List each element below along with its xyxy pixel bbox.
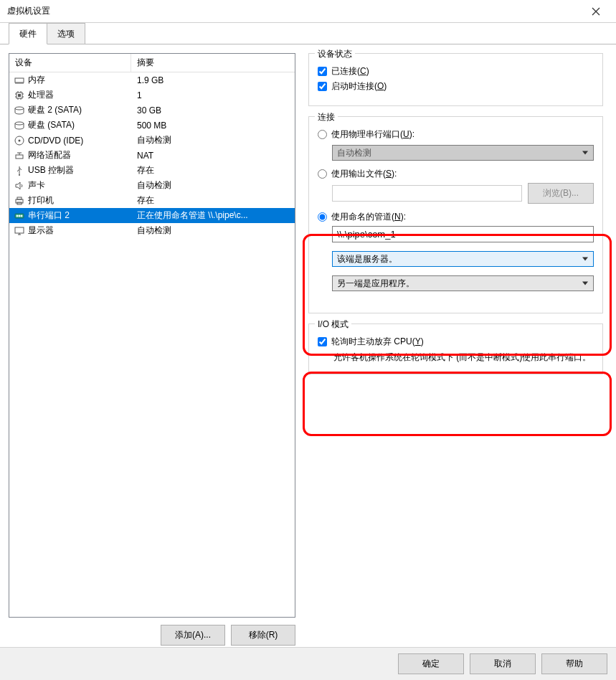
svg-rect-16 — [15, 227, 24, 233]
cd-icon — [14, 135, 25, 146]
input-output-file[interactable] — [332, 185, 522, 202]
svg-rect-2 — [18, 94, 21, 97]
legend-device-status: 设备状态 — [315, 48, 355, 60]
group-io-mode: I/O 模式 轮询时主动放弃 CPU(Y) 允许客机操作系统在轮询模式下 (而不… — [308, 324, 603, 374]
input-pipe-name[interactable] — [332, 226, 594, 242]
row-connect-at-poweron: 启动时连接(O) — [318, 80, 594, 93]
highlight-box-2 — [303, 372, 612, 436]
table-row[interactable]: 硬盘 2 (SATA)30 GB — [9, 103, 295, 118]
table-row[interactable]: 内存1.9 GB — [9, 72, 295, 88]
cell-summary: 自动检测 — [134, 134, 292, 146]
tab-hardware[interactable]: 硬件 — [9, 23, 47, 44]
svg-rect-0 — [15, 78, 24, 82]
table-row[interactable]: 打印机存在 — [9, 193, 295, 208]
radio-named-pipe[interactable] — [318, 212, 327, 222]
remove-button[interactable]: 移除(R) — [231, 625, 295, 646]
cell-summary: 存在 — [134, 194, 292, 207]
close-button[interactable] — [582, 1, 610, 22]
checkbox-yield-cpu[interactable] — [318, 337, 327, 346]
radio-output-file[interactable] — [318, 169, 327, 179]
printer-icon — [14, 195, 25, 207]
ok-button[interactable]: 确定 — [398, 653, 464, 674]
cell-device-name: 打印机 — [12, 194, 134, 207]
cell-summary: 存在 — [134, 164, 292, 176]
select-end1-wrap — [332, 251, 594, 267]
table-row[interactable]: 处理器1 — [9, 88, 295, 103]
cell-device-name: 声卡 — [12, 179, 134, 192]
cell-device-name: 串行端口 2 — [12, 209, 134, 222]
cpu-icon — [14, 90, 25, 101]
label-named-pipe: 使用命名的管道(N): — [331, 211, 406, 223]
radio-physical-port[interactable] — [318, 130, 327, 139]
window-title: 虚拟机设置 — [7, 5, 50, 17]
device-name-text: 硬盘 (SATA) — [28, 119, 75, 131]
legend-io-mode: I/O 模式 — [315, 318, 351, 331]
cell-device-name: 内存 — [12, 74, 134, 86]
select-end1[interactable] — [332, 251, 594, 267]
block-output-file: 浏览(B)... — [332, 183, 594, 204]
tab-bar: 硬件 选项 — [0, 23, 616, 44]
footer: 确定 取消 帮助 — [0, 647, 616, 680]
cell-summary: 自动检测 — [134, 225, 292, 237]
svg-point-6 — [19, 139, 21, 141]
cell-device-name: 网络适配器 — [12, 149, 134, 161]
device-list[interactable]: 设备 摘要 内存1.9 GB处理器1硬盘 2 (SATA)30 GB硬盘 (SA… — [9, 53, 295, 618]
add-button[interactable]: 添加(A)... — [161, 625, 225, 646]
select-physical-port[interactable] — [332, 145, 594, 161]
label-output-file: 使用输出文件(S): — [331, 168, 397, 180]
svg-point-4 — [15, 122, 24, 125]
right-panel: 设备状态 已连接(C) 启动时连接(O) 连接 使用物理串行端口(U): — [304, 53, 607, 646]
select-end2-wrap — [332, 275, 594, 291]
cell-device-name: 显示器 — [12, 225, 134, 237]
cell-device-name: 硬盘 (SATA) — [12, 119, 134, 131]
disk-icon — [14, 120, 25, 131]
table-row[interactable]: CD/DVD (IDE)自动检测 — [9, 133, 295, 148]
device-name-text: USB 控制器 — [28, 164, 74, 176]
memory-icon — [14, 75, 25, 86]
select-physical-port-wrap — [332, 145, 594, 161]
table-row[interactable]: USB 控制器存在 — [9, 163, 295, 178]
device-name-text: 内存 — [28, 74, 45, 86]
sound-icon — [14, 180, 25, 192]
list-body: 内存1.9 GB处理器1硬盘 2 (SATA)30 GB硬盘 (SATA)500… — [9, 72, 295, 238]
serial-icon — [14, 210, 25, 222]
label-connect-at-poweron: 启动时连接(O) — [331, 80, 387, 93]
cell-summary: 自动检测 — [134, 179, 292, 192]
row-named-pipe: 使用命名的管道(N): — [318, 211, 594, 223]
browse-button[interactable]: 浏览(B)... — [528, 183, 594, 204]
left-panel: 设备 摘要 内存1.9 GB处理器1硬盘 2 (SATA)30 GB硬盘 (SA… — [9, 53, 295, 646]
usb-icon — [14, 165, 25, 176]
table-row[interactable]: 硬盘 (SATA)500 MB — [9, 118, 295, 133]
table-row[interactable]: 声卡自动检测 — [9, 178, 295, 193]
content-area: 设备 摘要 内存1.9 GB处理器1硬盘 2 (SATA)30 GB硬盘 (SA… — [0, 44, 616, 654]
group-device-status: 设备状态 已连接(C) 启动时连接(O) — [308, 53, 603, 106]
device-name-text: CD/DVD (IDE) — [28, 136, 83, 146]
table-row[interactable]: 串行端口 2正在使用命名管道 \\.\pipe\c... — [9, 208, 295, 223]
device-name-text: 打印机 — [28, 194, 54, 207]
close-icon — [592, 7, 600, 16]
svg-rect-7 — [16, 155, 23, 159]
cancel-button[interactable]: 取消 — [470, 653, 536, 674]
checkbox-connected[interactable] — [318, 67, 327, 76]
device-name-text: 显示器 — [28, 225, 54, 237]
table-row[interactable]: 网络适配器NAT — [9, 148, 295, 163]
tab-options[interactable]: 选项 — [47, 23, 85, 44]
left-buttons: 添加(A)... 移除(R) — [9, 625, 295, 646]
device-name-text: 硬盘 2 (SATA) — [28, 104, 82, 116]
col-header-summary[interactable]: 摘要 — [131, 54, 295, 72]
svg-point-3 — [15, 107, 24, 110]
cell-device-name: 处理器 — [12, 89, 134, 101]
label-connected: 已连接(C) — [331, 65, 369, 77]
col-header-device[interactable]: 设备 — [9, 54, 131, 72]
cell-summary: 1.9 GB — [134, 75, 292, 85]
row-connected: 已连接(C) — [318, 65, 594, 77]
checkbox-connect-at-poweron[interactable] — [318, 82, 327, 91]
hint-yield-cpu: 允许客机操作系统在轮询模式下 (而不是中断模式)使用此串行端口。 — [333, 351, 594, 364]
table-row[interactable]: 显示器自动检测 — [9, 223, 295, 238]
help-button[interactable]: 帮助 — [541, 653, 607, 674]
block-named-pipe — [332, 226, 594, 291]
select-end2[interactable] — [332, 275, 594, 291]
row-yield-cpu: 轮询时主动放弃 CPU(Y) — [318, 336, 594, 348]
cell-summary: 500 MB — [134, 121, 292, 131]
row-output-file: 使用输出文件(S): — [318, 168, 594, 180]
